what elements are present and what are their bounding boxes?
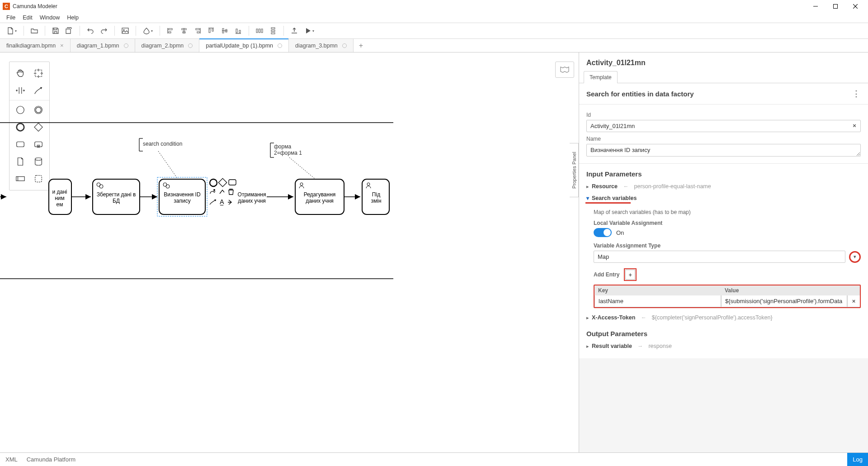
annotation-search: search condition [139,138,182,151]
task-prev[interactable]: и данінимем [49,179,71,214]
svg-rect-73 [218,178,226,186]
canvas[interactable]: search condition форма2=форма 1 и даніни… [0,52,579,452]
new-file-button[interactable]: ▾ [5,25,19,37]
name-label: Name [586,136,861,142]
align-bottom-button[interactable] [232,25,244,37]
align-left-button[interactable] [165,25,176,37]
tab-partialupdate[interactable]: partialUpdate_bp (1).bpmn [199,39,289,52]
lva-toggle[interactable] [594,228,612,237]
tab-diagram1[interactable]: diagram_1.bpmn [71,39,135,52]
entry-value-input[interactable] [721,295,847,307]
image-button[interactable] [119,25,131,37]
open-button[interactable] [28,25,40,37]
id-input[interactable] [586,120,861,132]
tab-diagram2[interactable]: diagram_2.bpmn [135,39,200,52]
dirty-icon [342,43,347,48]
props-header: Activity_01l21mn [579,52,868,71]
output-parameters-title: Output Parameters [579,323,868,340]
redo-button[interactable] [98,25,110,37]
close-button[interactable] [845,0,865,13]
align-center-h-button[interactable] [178,25,190,37]
svg-line-57 [289,157,316,180]
task-save-db[interactable]: Зберегти дані вБД [93,179,140,214]
diagram-svg[interactable]: search condition форма2=форма 1 и даніни… [0,52,393,342]
vat-label: Variable Assignment Type [594,243,861,249]
resource-row[interactable]: ▸ Resource ← person-profile-equal-last-n… [579,181,868,192]
undo-button[interactable] [85,25,96,37]
vat-select[interactable] [594,251,845,263]
svg-line-56 [158,151,179,180]
status-xml[interactable]: XML [5,456,18,463]
svg-rect-1 [834,5,838,9]
status-platform[interactable]: Camunda Platform [27,456,75,463]
svg-point-5 [123,29,125,31]
app-icon: C [3,3,10,10]
svg-text:Підзмін: Підзмін [371,191,381,204]
svg-text:A̲: A̲ [220,198,224,205]
properties-panel: Activity_01l21mn Template Search for ent… [579,52,868,452]
save-all-button[interactable] [63,25,75,37]
search-vars-desc: Map of search variables (has to be map) [594,209,861,215]
properties-panel-toggle[interactable]: Properties Panel [570,143,579,197]
delete-entry-button[interactable]: × [847,295,860,307]
value-header: Value [721,285,860,295]
distribute-h-button[interactable] [254,25,265,37]
name-input[interactable] [586,144,861,157]
menu-file[interactable]: File [3,14,19,21]
search-variables-toggle[interactable]: ▾ Search variables [586,195,861,201]
key-header: Key [594,285,721,295]
chevron-right-icon: ▸ [586,184,589,190]
entry-table: Key Value × [594,285,861,308]
add-entry-button[interactable]: + [625,270,635,280]
highlight-underline [585,202,631,204]
task-edit-data[interactable]: Редагуванняданих учня [295,179,344,214]
statusbar: XML Camunda Platform Log [0,452,868,466]
task-get-data[interactable]: Отриманняданих учня [238,191,266,204]
tab-label: diagram_2.bpmn [142,43,184,49]
tab-label: diagram_1.bpmn [77,43,119,49]
input-parameters-title: Input Parameters [579,164,868,181]
clear-icon[interactable]: × [851,122,858,129]
task-define-id[interactable]: Визначення IDзапису [157,177,207,216]
distribute-v-button[interactable] [267,25,279,37]
id-label: Id [586,112,861,118]
add-entry-label: Add Entry [594,271,619,278]
run-button[interactable]: ▾ [302,25,316,37]
tab-diagram3[interactable]: diagram_3.bpmn [289,39,354,52]
align-top-button[interactable] [205,25,217,37]
tab-template[interactable]: Template [584,71,618,83]
svg-text:Отриманняданих учня: Отриманняданих учня [238,191,266,204]
tab-finalkdiagram[interactable]: finalkdiagram.bpmn× [0,39,71,52]
app-title: Camunda Modeler [13,3,57,10]
entry-key-input[interactable] [594,295,721,307]
align-center-v-button[interactable] [219,25,231,37]
result-row[interactable]: ▸ Result variable → response [579,340,868,358]
chevron-down-icon: ▾ [586,195,589,201]
xaccess-row[interactable]: ▸ X-Access-Token ← ${completer('signPers… [579,312,868,323]
tab-add[interactable]: + [354,39,368,52]
save-button[interactable] [50,25,61,37]
dirty-icon [188,43,193,48]
svg-text:Редагуванняданих учня: Редагуванняданих учня [304,191,336,204]
svg-rect-28 [271,30,275,32]
svg-point-72 [210,179,217,186]
context-pad[interactable]: A̲ [210,178,236,205]
log-button[interactable]: Log [847,453,868,466]
color-button[interactable]: ▾ [141,25,155,37]
minimap-toggle[interactable] [555,62,574,78]
maximize-button[interactable] [826,0,845,13]
deploy-button[interactable] [288,25,300,37]
menu-edit[interactable]: Edit [19,14,36,21]
minimize-button[interactable] [806,0,826,13]
menu-window[interactable]: Window [36,14,63,21]
svg-rect-13 [196,29,199,30]
align-right-button[interactable] [192,25,203,37]
tab-label: diagram_3.bpmn [295,43,338,49]
svg-point-75 [213,189,215,191]
chevron-down-icon[interactable]: ▾ [849,251,861,263]
arrow-icon: → [637,343,643,349]
menu-help[interactable]: Help [63,14,82,21]
task-next[interactable]: Підзмін [362,179,389,214]
close-icon[interactable]: × [60,42,64,49]
more-icon[interactable]: ⋮ [852,89,861,99]
